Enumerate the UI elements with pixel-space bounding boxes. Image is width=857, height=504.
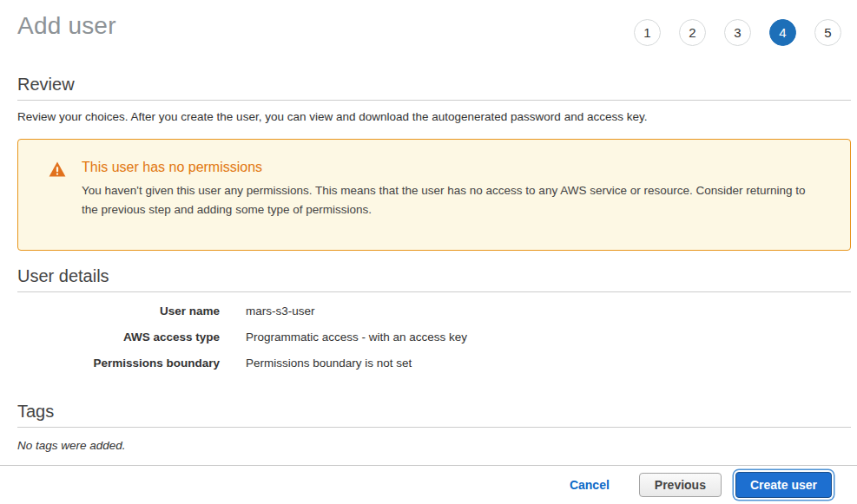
detail-row: AWS access typeProgrammatic access - wit… [17,324,851,350]
step-indicator: 12345 [634,19,841,46]
no-permissions-warning-box: This user has no permissions You haven't… [17,139,851,251]
create-user-button[interactable]: Create user [735,472,832,498]
tags-empty-message: No tags were added. [17,439,851,452]
detail-value: Programmatic access - with an access key [246,331,851,344]
tags-section-heading: Tags [17,402,851,428]
wizard-header: Add user 12345 [0,0,857,54]
step-circle-5: 5 [814,19,841,46]
user-details-rows: User namemars-s3-userAWS access typeProg… [17,298,851,376]
detail-value: Permissions boundary is not set [246,357,851,370]
detail-row: Permissions boundaryPermissions boundary… [17,350,851,376]
user-details-section-heading: User details [17,266,851,292]
previous-button[interactable]: Previous [639,473,722,497]
step-circle-2: 2 [679,19,706,46]
detail-label: User name [17,304,220,317]
wizard-footer: Cancel Previous Create user [0,465,857,504]
detail-row: User namemars-s3-user [17,298,851,324]
step-circle-4-active: 4 [769,19,796,46]
detail-label: Permissions boundary [17,357,220,370]
detail-value: mars-s3-user [246,304,851,317]
warning-title: This user has no permissions [82,160,820,175]
detail-label: AWS access type [17,331,220,344]
review-page-content: Review Review your choices. After you cr… [17,75,851,452]
review-section-heading: Review [17,75,851,101]
step-circle-1: 1 [634,19,661,46]
step-circle-3: 3 [724,19,751,46]
warning-text: This user has no permissions You haven't… [82,160,820,219]
warning-triangle-icon [49,161,66,177]
cancel-link[interactable]: Cancel [570,478,610,492]
warning-body: You haven't given this user any permissi… [82,181,820,219]
review-description: Review your choices. After you create th… [17,110,851,123]
